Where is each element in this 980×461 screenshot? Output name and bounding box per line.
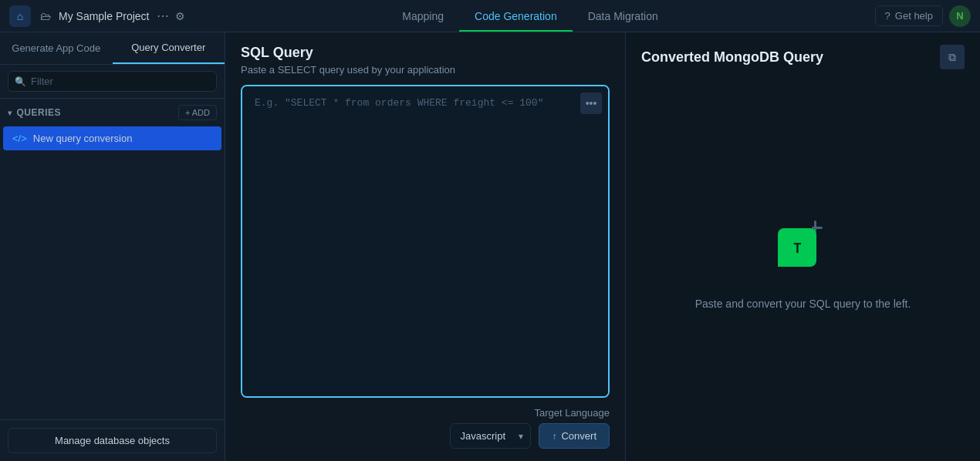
sidebar-search-area: 🔍 <box>0 65 225 99</box>
search-icon: 🔍 <box>15 76 26 87</box>
panel-title: SQL Query <box>241 45 610 61</box>
home-icon: ⌂ <box>17 10 23 22</box>
convert-icon: ↑ <box>552 431 556 442</box>
sidebar-tab-generate-app-code[interactable]: Generate App Code <box>0 32 113 64</box>
home-button[interactable]: ⌂ <box>9 5 31 27</box>
project-name: My Sample Project <box>59 10 149 22</box>
sql-textarea[interactable] <box>242 86 608 396</box>
sidebar-tab-query-converter[interactable]: Query Converter <box>113 32 225 64</box>
queries-section-header[interactable]: ▾ Queries + ADD <box>0 99 225 126</box>
sql-textarea-wrapper: ••• <box>241 85 610 398</box>
right-panel-header: Converted MongoDB Query ⧉ <box>641 45 965 69</box>
chevron-down-icon: ▾ <box>8 109 12 117</box>
mongo-leaf: T <box>778 228 816 267</box>
tab-data-migration[interactable]: Data Migration <box>573 0 674 32</box>
right-panel-title: Converted MongoDB Query <box>641 49 823 66</box>
settings-icon[interactable]: ⚙ <box>175 10 185 22</box>
three-dots-icon: ••• <box>586 97 597 109</box>
sidebar-item-label: New query conversion <box>33 133 133 144</box>
top-nav: ⌂ 🗁 My Sample Project ⋯ ⚙ Mapping Code G… <box>0 0 980 32</box>
help-label: Get help <box>895 10 933 22</box>
help-button[interactable]: ? Get help <box>875 5 943 26</box>
empty-state-text: Paste and convert your SQL query to the … <box>695 298 911 310</box>
mongodb-icon: T <box>772 220 833 282</box>
convert-button[interactable]: ↑ Convert <box>539 423 610 449</box>
main-content: Generate App Code Query Converter 🔍 ▾ Qu… <box>0 32 980 461</box>
sidebar-section-queries: ▾ Queries + ADD </> New query conversion <box>0 99 225 419</box>
language-select-wrapper: Javascript Python Java C# <box>450 423 531 449</box>
search-wrapper: 🔍 <box>8 71 217 92</box>
center-panel: SQL Query Paste a SELECT query used by y… <box>225 32 625 461</box>
target-language-label: Target Language <box>534 407 610 419</box>
bottom-toolbar: Target Language Javascript Python Java C… <box>241 407 610 449</box>
tab-code-generation[interactable]: Code Generation <box>459 0 573 32</box>
search-input[interactable] <box>31 76 210 87</box>
sidebar-item-new-query[interactable]: </> New query conversion <box>3 126 221 150</box>
project-folder-icon: 🗁 <box>40 10 51 22</box>
add-query-button[interactable]: + ADD <box>178 105 217 120</box>
tab-mapping[interactable]: Mapping <box>387 0 459 32</box>
manage-database-objects-button[interactable]: Manage database objects <box>8 428 217 453</box>
convert-label: Convert <box>561 430 596 442</box>
code-icon: </> <box>12 133 27 144</box>
avatar[interactable]: N <box>949 5 971 27</box>
right-panel: Converted MongoDB Query ⧉ T Paste and co… <box>625 32 980 461</box>
panel-subtitle: Paste a SELECT query used by your applic… <box>241 64 610 76</box>
queries-section-label: Queries <box>17 107 62 118</box>
sidebar: Generate App Code Query Converter 🔍 ▾ Qu… <box>0 32 225 461</box>
nav-right: ? Get help N <box>875 5 971 27</box>
nav-tabs: Mapping Code Generation Data Migration <box>387 0 673 32</box>
language-select[interactable]: Javascript Python Java C# <box>450 423 531 449</box>
more-options-icon[interactable]: ⋯ <box>157 8 169 23</box>
copy-icon: ⧉ <box>948 51 956 64</box>
empty-state: T Paste and convert your SQL query to th… <box>695 82 911 449</box>
help-icon: ? <box>885 10 890 22</box>
sidebar-tabs: Generate App Code Query Converter <box>0 32 225 65</box>
copy-button[interactable]: ⧉ <box>940 45 965 69</box>
textarea-options-button[interactable]: ••• <box>580 93 602 114</box>
sidebar-bottom: Manage database objects <box>0 419 225 461</box>
